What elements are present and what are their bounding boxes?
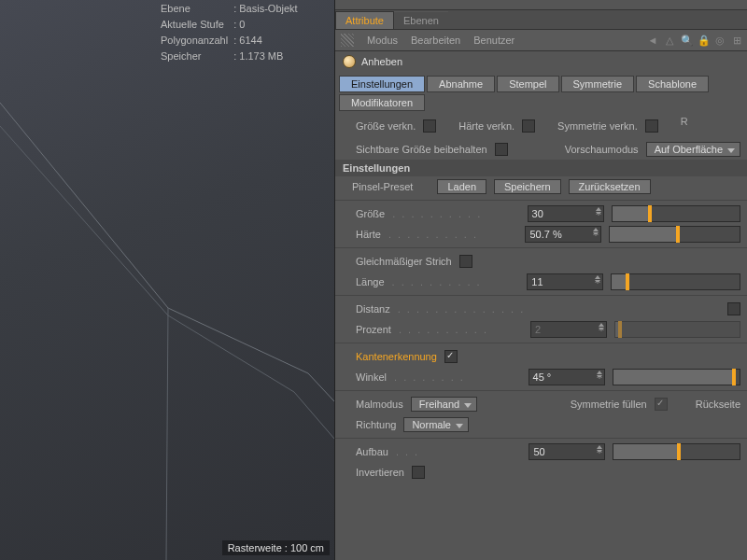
subtab-stempel[interactable]: Stempel xyxy=(497,76,558,92)
preset-reset-button[interactable]: Zurücksetzen xyxy=(569,179,651,194)
section-einstellungen: Einstellungen xyxy=(335,160,747,176)
invert-label: Invertieren xyxy=(356,467,404,478)
direction-label: Richtung xyxy=(356,419,396,430)
buildup-label: Aufbau xyxy=(356,446,388,457)
paint-mode-dropdown[interactable]: Freihand xyxy=(411,397,477,412)
grid-step-label: Rasterweite : 100 cm xyxy=(222,540,330,555)
invert-checkbox[interactable] xyxy=(412,466,425,479)
subtab-modifikatoren[interactable]: Modifikatoren xyxy=(339,94,425,111)
viewport-mesh xyxy=(0,93,334,560)
symmetry-fill-label: Symmetrie füllen xyxy=(571,399,647,410)
subtab-symmetrie[interactable]: Symmetrie xyxy=(561,76,635,92)
edge-detection-checkbox[interactable] xyxy=(444,350,458,363)
angle-slider[interactable] xyxy=(613,369,741,385)
dots: . . . . . . . . . . xyxy=(392,208,519,219)
attribute-panel: Attribute Ebenen Modus Bearbeiten Benutz… xyxy=(334,0,747,560)
subtab-einstellungen[interactable]: Einstellungen xyxy=(339,76,425,92)
search-icon[interactable]: 🔍 xyxy=(681,35,692,47)
distance-label: Distanz xyxy=(356,303,390,315)
steady-stroke-checkbox[interactable] xyxy=(459,255,472,268)
preset-label: Pinsel-Preset xyxy=(352,181,413,192)
length-label: Länge xyxy=(356,276,385,287)
nav-back-icon[interactable]: ◄ xyxy=(647,35,658,46)
add-icon[interactable]: ⊞ xyxy=(731,35,742,47)
link-symmetry-label: Symmetrie verkn. xyxy=(557,120,638,132)
paint-mode-label: Malmodus xyxy=(356,399,403,410)
menu-modus[interactable]: Modus xyxy=(367,35,398,46)
link-r-label: R xyxy=(681,116,688,136)
length-slider[interactable] xyxy=(611,273,740,290)
link-symmetry-checkbox[interactable] xyxy=(645,119,658,133)
size-label: Größe xyxy=(356,208,385,219)
distance-checkbox[interactable] xyxy=(727,302,740,315)
hardness-slider[interactable] xyxy=(609,226,740,243)
link-hardness-label: Härte verkn. xyxy=(458,120,514,132)
object-info: Ebene: Basis-Objekt Aktuelle Stufe: 0 Po… xyxy=(159,0,303,65)
nav-up-icon[interactable]: △ xyxy=(664,35,675,47)
steady-stroke-label: Gleichmäßiger Strich xyxy=(356,256,452,267)
size-input[interactable]: 30 xyxy=(528,205,604,222)
hardness-input[interactable]: 50.7 % xyxy=(525,226,601,243)
preset-save-button[interactable]: Speichern xyxy=(494,179,561,194)
link-size-label: Größe verkn. xyxy=(356,120,416,132)
percent-label: Prozent xyxy=(356,324,391,335)
tool-brush-icon xyxy=(343,55,356,68)
buildup-input[interactable]: 50 xyxy=(529,443,605,460)
percent-input: 2 xyxy=(530,321,607,338)
preset-load-button[interactable]: Laden xyxy=(437,179,486,194)
direction-dropdown[interactable]: Normale xyxy=(403,417,469,432)
length-input[interactable]: 11 xyxy=(527,273,603,290)
lock-icon[interactable]: 🔒 xyxy=(698,35,709,47)
backface-label: Rückseite xyxy=(696,399,740,410)
menu-benutzer[interactable]: Benutzer xyxy=(473,35,514,46)
symmetry-fill-checkbox xyxy=(655,398,668,411)
subtab-abnahme[interactable]: Abnahme xyxy=(427,76,495,92)
target-icon[interactable]: ◎ xyxy=(714,35,726,47)
angle-label: Winkel xyxy=(356,371,387,383)
angle-input[interactable]: 45 ° xyxy=(529,369,605,385)
preview-mode-label: Vorschaumodus xyxy=(565,144,639,155)
link-hardness-checkbox[interactable] xyxy=(522,119,535,133)
keep-visible-size-checkbox[interactable] xyxy=(495,143,508,156)
link-size-checkbox[interactable] xyxy=(423,119,436,133)
size-slider[interactable] xyxy=(612,205,740,222)
preview-mode-dropdown[interactable]: Auf Oberfläche xyxy=(646,142,740,157)
edge-detection-label: Kantenerkennung xyxy=(356,351,437,362)
viewport[interactable]: Ebene: Basis-Objekt Aktuelle Stufe: 0 Po… xyxy=(0,0,334,560)
tab-attribute[interactable]: Attribute xyxy=(335,11,394,29)
menu-bearbeiten[interactable]: Bearbeiten xyxy=(411,35,460,46)
tab-ebenen[interactable]: Ebenen xyxy=(394,11,448,29)
percent-slider xyxy=(614,321,740,338)
hatch-icon[interactable] xyxy=(341,34,354,47)
hardness-label: Härte xyxy=(356,229,381,240)
tool-name: Anheben xyxy=(361,56,402,67)
buildup-slider[interactable] xyxy=(613,443,740,460)
keep-visible-size-label: Sichtbare Größe beibehalten xyxy=(356,144,487,155)
subtab-schablone[interactable]: Schablone xyxy=(636,76,709,92)
